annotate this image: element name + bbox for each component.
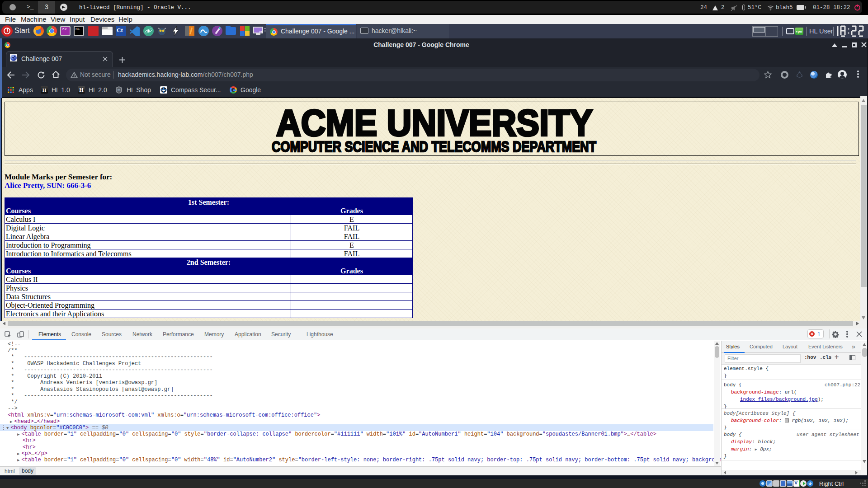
svg-text:m: m [118,88,120,91]
svg-text:COMPUTER SCIENCE AND TELECOMMS: COMPUTER SCIENCE AND TELECOMMS DEPARTMEN… [272,138,596,155]
svg-text:ACME UNIVERSITY: ACME UNIVERSITY [276,102,593,143]
